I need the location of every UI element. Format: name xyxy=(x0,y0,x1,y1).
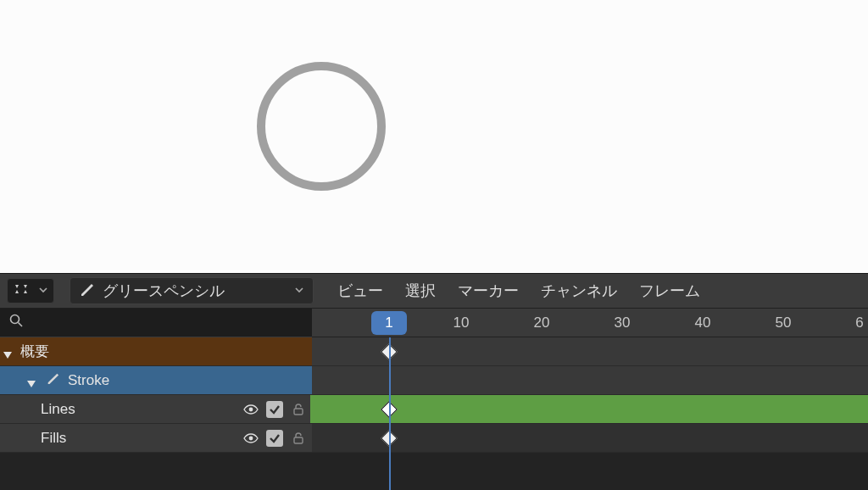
channel-layer-label: Fills xyxy=(41,430,237,447)
dopesheet-mode-dropdown[interactable]: グリースペンシル xyxy=(70,277,314,304)
visibility-toggle-icon[interactable] xyxy=(242,401,259,418)
svg-point-0 xyxy=(11,315,19,324)
track-summary[interactable] xyxy=(312,337,868,366)
track-layer[interactable] xyxy=(312,424,868,453)
menu-channel[interactable]: チャンネル xyxy=(541,281,617,301)
channel-object-label: Stroke xyxy=(68,372,307,389)
track-area[interactable] xyxy=(312,337,868,453)
channel-layer-label: Lines xyxy=(41,401,237,418)
keyframe-diamond[interactable] xyxy=(381,343,398,360)
channel-layer-row[interactable]: Fills xyxy=(0,424,312,453)
track-layer[interactable] xyxy=(312,395,868,424)
use-layer-checkbox[interactable] xyxy=(266,430,283,447)
use-layer-checkbox[interactable] xyxy=(266,401,283,418)
channel-layer-row[interactable]: Lines xyxy=(0,395,312,424)
track-object[interactable] xyxy=(312,366,868,395)
dopesheet-menu-bar: ビュー 選択 マーカー チャンネル フレーム xyxy=(329,281,700,301)
search-icon xyxy=(8,313,24,332)
frame-ruler[interactable]: 1 10 20 30 40 50 6 xyxy=(312,309,868,337)
chevron-down-icon xyxy=(294,282,304,299)
grease-pencil-circle-stroke xyxy=(257,62,386,191)
svg-point-4 xyxy=(249,436,253,440)
dopesheet-header: グリースペンシル ビュー 選択 マーカー チャンネル フレーム xyxy=(0,273,868,309)
channel-list: 概要 Stroke Lines xyxy=(0,337,312,453)
visibility-toggle-icon[interactable] xyxy=(242,430,259,447)
channel-search[interactable] xyxy=(0,309,312,337)
grease-pencil-icon xyxy=(46,371,59,389)
svg-point-2 xyxy=(249,407,253,411)
menu-view[interactable]: ビュー xyxy=(337,281,383,301)
ruler-tick: 20 xyxy=(534,309,550,337)
svg-line-1 xyxy=(19,323,23,327)
channel-search-input[interactable] xyxy=(24,315,312,331)
menu-marker[interactable]: マーカー xyxy=(458,281,519,301)
disclosure-triangle-icon[interactable] xyxy=(27,375,39,387)
current-frame-indicator[interactable]: 1 xyxy=(371,311,407,335)
disclosure-triangle-icon[interactable] xyxy=(3,346,15,358)
menu-frame[interactable]: フレーム xyxy=(639,281,700,301)
viewport[interactable] xyxy=(0,0,868,273)
keyframe-diamond[interactable] xyxy=(381,430,398,447)
svg-rect-5 xyxy=(294,437,303,443)
dopesheet-icon xyxy=(13,282,30,300)
dopesheet-subheader: 1 10 20 30 40 50 6 xyxy=(0,309,868,337)
lock-toggle-icon[interactable] xyxy=(290,430,307,447)
ruler-tick: 10 xyxy=(453,309,470,337)
ruler-tick: 40 xyxy=(695,309,711,337)
menu-select[interactable]: 選択 xyxy=(405,281,436,301)
channel-summary-row[interactable]: 概要 xyxy=(0,337,312,366)
ruler-tick: 30 xyxy=(615,309,631,337)
dopesheet-mode-label: グリースペンシル xyxy=(103,281,286,301)
editor-type-dropdown[interactable] xyxy=(7,278,54,303)
lock-toggle-icon[interactable] xyxy=(290,401,307,418)
svg-rect-3 xyxy=(294,409,303,415)
ruler-tick: 6 xyxy=(855,309,863,337)
dopesheet-editor: グリースペンシル ビュー 選択 マーカー チャンネル フレーム 1 xyxy=(0,273,868,490)
channel-summary-label: 概要 xyxy=(20,342,307,361)
ruler-tick: 50 xyxy=(776,309,792,337)
grease-pencil-icon xyxy=(79,281,94,301)
chevron-down-icon xyxy=(38,282,48,299)
channel-object-row[interactable]: Stroke xyxy=(0,366,312,395)
